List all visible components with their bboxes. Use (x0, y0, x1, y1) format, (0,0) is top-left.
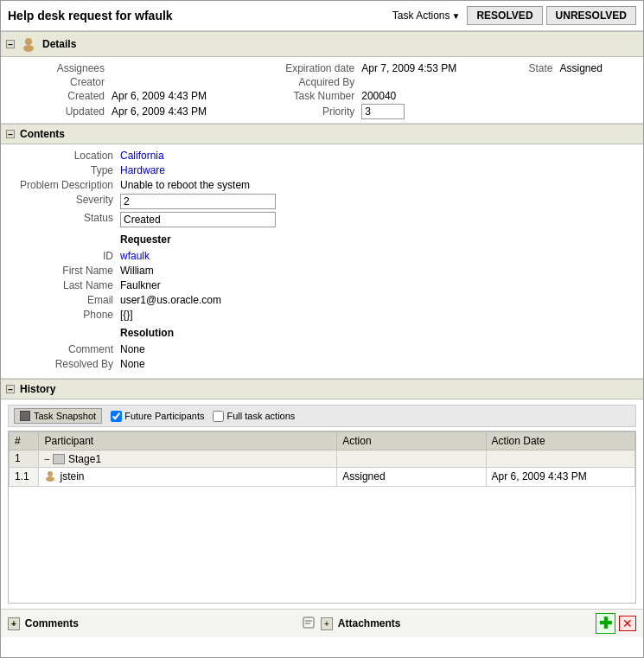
svg-point-2 (48, 471, 53, 476)
lastname-label: Last Name (8, 279, 120, 291)
comment-value: None (120, 343, 145, 355)
attachments-icon (302, 616, 316, 632)
priority-input[interactable]: 3 (361, 104, 405, 119)
state-label: State (490, 62, 559, 74)
svg-point-1 (23, 45, 34, 52)
status-value: Created (120, 212, 276, 227)
row-action-1 (337, 450, 486, 468)
history-toolbar: Task Snapshot Future Participants Full t… (8, 405, 636, 427)
history-table-header: # Participant Action Action Date (10, 432, 635, 450)
comment-label: Comment (8, 343, 120, 355)
resolvedby-value: None (120, 358, 145, 370)
stage-icon (53, 454, 65, 464)
row-num-1-1: 1.1 (10, 467, 39, 486)
status-row: Status Created (8, 212, 636, 227)
task-actions-menu[interactable]: Task Actions ▼ (392, 10, 461, 22)
task-snapshot-button[interactable]: Task Snapshot (14, 408, 102, 424)
details-grid: Assignees Expiration date Apr 7, 2009 4:… (8, 62, 636, 119)
location-label: Location (8, 150, 120, 162)
stage-expand-icon[interactable]: – (44, 454, 49, 463)
resolvedby-label: Resolved By (8, 358, 120, 370)
status-input[interactable]: Created (120, 212, 276, 227)
col-action: Action (337, 432, 486, 450)
details-label: Details (42, 38, 76, 50)
comment-row: Comment None (8, 343, 636, 355)
row-participant-1: – Stage1 (39, 450, 337, 468)
history-section: Task Snapshot Future Participants Full t… (1, 399, 643, 609)
created-value: Apr 6, 2009 4:43 PM (112, 90, 240, 102)
comments-section: + Comments (8, 617, 302, 630)
future-participants-check[interactable]: Future Participants (111, 411, 204, 422)
contents-toggle[interactable]: – (6, 130, 15, 138)
details-toggle[interactable]: – (6, 40, 15, 48)
updated-label: Updated (8, 105, 112, 118)
svg-point-3 (46, 476, 54, 482)
history-table-container: # Participant Action Action Date 1 – Sta… (8, 431, 636, 604)
header-actions: Task Actions ▼ RESOLVED UNRESOLVED (392, 6, 636, 25)
state-value: Assigned (559, 62, 636, 74)
id-label: ID (8, 250, 120, 262)
problem-row: Problem Description Unable to reboot the… (8, 179, 636, 191)
task-actions-label: Task Actions (392, 10, 450, 22)
history-label: History (20, 383, 55, 395)
history-toggle[interactable]: – (6, 385, 15, 393)
contents-section: Location California Type Hardware Proble… (1, 144, 643, 379)
future-participants-label: Future Participants (124, 411, 204, 421)
snapshot-icon (20, 411, 30, 421)
creator-label: Creator (8, 76, 112, 88)
requester-heading: Requester (120, 233, 171, 246)
lastname-row: Last Name Faulkner (8, 279, 636, 291)
history-table: # Participant Action Action Date 1 – Sta… (9, 431, 635, 487)
snapshot-label: Task Snapshot (34, 411, 96, 421)
attachments-expand-icon[interactable]: + (321, 617, 333, 630)
person-name: jstein (60, 470, 84, 482)
svg-point-0 (25, 38, 32, 45)
expiration-value: Apr 7, 2009 4:53 PM (361, 62, 490, 74)
svg-rect-4 (303, 617, 314, 628)
location-value[interactable]: California (120, 150, 164, 162)
email-value: user1@us.oracle.com (120, 294, 221, 306)
add-button[interactable]: ✚ (596, 613, 615, 634)
full-task-actions-checkbox[interactable] (213, 411, 224, 422)
details-section: Assignees Expiration date Apr 7, 2009 4:… (1, 57, 643, 124)
severity-value: 2 (120, 194, 276, 209)
id-row: ID wfaulk (8, 250, 636, 262)
type-value[interactable]: Hardware (120, 164, 165, 176)
history-section-header: – History (1, 379, 643, 399)
table-row: 1.1 jstein Assigned (10, 467, 635, 486)
priority-value: 3 (361, 104, 490, 119)
severity-label: Severity (8, 194, 120, 206)
details-section-header: – Details (1, 31, 643, 57)
full-task-actions-label: Full task actions (226, 411, 295, 421)
resolved-button[interactable]: RESOLVED (467, 6, 542, 25)
lastname-value: Faulkner (120, 279, 161, 291)
page-header: Help desk request for wfaulk Task Action… (1, 1, 643, 31)
footer-actions: ✚ ✕ (596, 613, 636, 634)
phone-value: [{}] (120, 309, 133, 321)
remove-button[interactable]: ✕ (619, 616, 636, 631)
col-num: # (10, 432, 39, 450)
created-label: Created (8, 90, 112, 102)
email-label: Email (8, 294, 120, 306)
row-date-1 (486, 450, 634, 468)
resolution-row: Resolution (8, 323, 636, 341)
severity-input[interactable]: 2 (120, 194, 276, 209)
tasknum-label: Task Number (240, 90, 361, 102)
contents-section-header: – Contents (1, 124, 643, 144)
attachments-section: + Attachments (302, 616, 596, 632)
table-row: 1 – Stage1 (10, 450, 635, 468)
tasknum-value: 200040 (361, 90, 490, 102)
comments-expand-icon[interactable]: + (8, 617, 20, 630)
future-participants-checkbox[interactable] (111, 411, 122, 422)
full-task-actions-check[interactable]: Full task actions (213, 411, 295, 422)
contents-label: Contents (20, 128, 65, 140)
expiration-label: Expiration date (240, 62, 361, 74)
stage-name: Stage1 (68, 453, 101, 465)
priority-label: Priority (240, 105, 361, 118)
email-row: Email user1@us.oracle.com (8, 294, 636, 306)
task-actions-arrow: ▼ (452, 11, 461, 21)
acquired-label: Acquired By (240, 76, 361, 88)
id-value[interactable]: wfaulk (120, 250, 150, 262)
unresolved-button[interactable]: UNRESOLVED (546, 6, 636, 25)
page-footer: + Comments + Attachments ✚ ✕ (1, 609, 643, 637)
